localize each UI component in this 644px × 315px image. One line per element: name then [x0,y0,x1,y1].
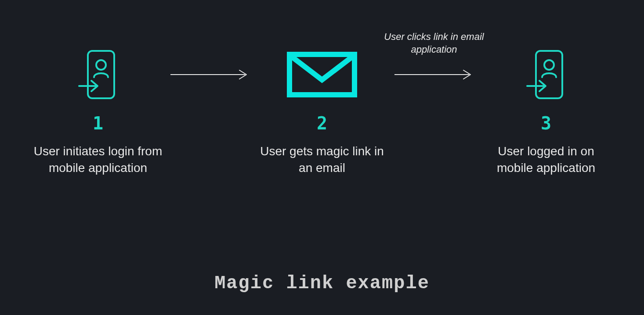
login-icon [526,44,566,105]
diagram-stage: 1 User initiates login from mobile appli… [0,44,644,219]
step-number: 3 [541,113,551,133]
mail-icon [287,44,357,105]
step-2: 2 User gets magic link in an email [252,44,392,176]
step-number: 1 [93,113,103,133]
login-icon [78,44,118,105]
step-description: User initiates login from mobile applica… [32,143,164,176]
arrow-label: User clicks link in email application [381,31,487,56]
step-number: 2 [317,113,327,133]
svg-point-7 [544,60,554,70]
diagram-title: Magic link example [0,273,644,294]
arrow-1 [168,44,252,105]
step-description: User gets magic link in an email [256,143,388,176]
step-1: 1 User initiates login from mobile appli… [28,44,168,176]
step-3: 3 User logged in on mobile application [476,44,616,176]
arrow-2: User clicks link in email application [392,44,476,105]
step-description: User logged in on mobile application [480,143,612,176]
svg-point-1 [96,60,106,70]
